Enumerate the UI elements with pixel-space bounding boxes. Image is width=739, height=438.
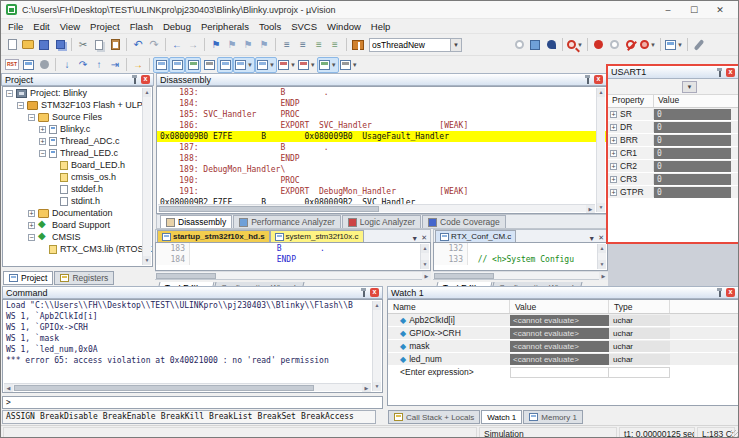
resize-grip-icon[interactable] [731, 430, 739, 438]
command-keyword[interactable]: BreakAccess [301, 411, 354, 423]
dropdown-arrow-icon[interactable]: ▼ [352, 62, 358, 68]
paste-button[interactable] [107, 37, 123, 53]
tree-expander-icon[interactable]: − [17, 102, 24, 109]
tree-item-board-led-h[interactable]: Board_LED.h [3, 159, 152, 171]
watch-row[interactable]: ◆led_num<cannot evaluate>uchar [388, 353, 738, 366]
memory-window-button[interactable] [217, 57, 233, 73]
editor-horizontal-scrollbar[interactable]: ▶ [433, 271, 608, 279]
disassembly-horizontal-scrollbar[interactable]: ▶ [158, 204, 595, 212]
tree-item-stddef-h[interactable]: stddef.h [3, 183, 152, 195]
command-window-button[interactable] [153, 57, 169, 73]
menu-peripherals[interactable]: Peripherals [196, 21, 254, 32]
configure-tools-button[interactable] [691, 37, 707, 53]
dropdown-arrow-icon[interactable]: ▼ [577, 42, 583, 48]
watch-row[interactable]: <Enter expression> [388, 366, 738, 379]
kill-all-breakpoints-button[interactable]: ▼ [639, 37, 657, 53]
menu-help[interactable]: Help [366, 21, 396, 32]
watch-row[interactable]: ◆Apb2ClkId[i]<cannot evaluate>uchar [388, 314, 738, 327]
bookmark-next-button[interactable] [240, 37, 256, 53]
file-tab-rtx-conf-cm-c[interactable]: RTX_Conf_CM.c [435, 230, 516, 242]
cut-button[interactable] [75, 37, 91, 53]
scrollbar-thumb[interactable] [14, 385, 314, 391]
editor-code-area[interactable]: 183 B .184 ENDP▲▼ [155, 242, 431, 271]
menu-tools[interactable]: Tools [254, 21, 286, 32]
uncomment-button[interactable] [327, 37, 343, 53]
expand-icon[interactable]: + [610, 163, 617, 170]
scroll-down-icon[interactable]: ▼ [373, 382, 381, 391]
dropdown-arrow-icon[interactable]: ▼ [290, 62, 296, 68]
comment-button[interactable] [311, 37, 327, 53]
tab-performance-analyzer[interactable]: Performance Analyzer [233, 215, 341, 228]
command-keyword[interactable]: BreakDisable [40, 411, 98, 423]
menu-debug[interactable]: Debug [158, 21, 196, 32]
close-file-icon[interactable]: ✕ [598, 234, 604, 242]
scroll-left-icon[interactable]: ◀ [4, 384, 13, 392]
navigate-back-button[interactable] [169, 37, 185, 53]
tree-item-stdint-h[interactable]: stdint.h [3, 195, 152, 207]
tab-project[interactable]: Project [3, 271, 53, 285]
tree-expander-icon[interactable]: + [28, 222, 35, 229]
tree-item-rtx-cm3-lib-rtos-ke[interactable]: RTX_CM3.lib (RTOS:Ke [3, 243, 152, 255]
toolbox-button[interactable]: ▼ [339, 57, 359, 73]
command-keyword[interactable]: BreakList [209, 411, 252, 423]
scroll-down-icon[interactable]: ▼ [143, 256, 151, 265]
tab-watch-1[interactable]: Watch 1 [481, 410, 522, 424]
goto-function-button[interactable] [543, 37, 559, 53]
stop-button[interactable] [36, 57, 52, 73]
disassembly-code-area[interactable]: 183: B . 184: ENDP 185: SVC_Handler PROC… [156, 86, 607, 214]
reset-cpu-button[interactable] [4, 57, 20, 73]
name-column-header[interactable]: Name [388, 300, 510, 313]
search-dropdown-icon[interactable]: ▼ [451, 38, 462, 52]
redo-button[interactable] [146, 37, 162, 53]
step-button[interactable] [59, 57, 75, 73]
file-extensions-button[interactable] [527, 37, 543, 53]
pin-icon[interactable] [131, 75, 138, 84]
close-file-icon[interactable]: ✕ [421, 234, 427, 242]
file-tab-startup-stm32f10x-hd-s[interactable]: startup_stm32f10x_hd.s [157, 230, 270, 242]
expand-icon[interactable]: + [610, 150, 617, 157]
tree-expander-icon[interactable]: − [28, 234, 35, 241]
scroll-right-icon[interactable]: ▶ [422, 272, 431, 280]
editor-horizontal-scrollbar[interactable]: ▶ [155, 271, 431, 279]
minimize-button[interactable]: – [655, 5, 681, 15]
command-keyword[interactable]: BreakEnable [103, 411, 156, 423]
run-to-cursor-button[interactable] [107, 57, 123, 73]
command-keyword[interactable]: BreakSet [257, 411, 296, 423]
disassembly-vertical-scrollbar[interactable]: ▲ ▼ [596, 88, 605, 212]
analysis-window-button[interactable]: ▼ [277, 57, 297, 73]
close-panel-icon[interactable]: x [726, 68, 735, 77]
close-panel-icon[interactable]: x [141, 75, 150, 84]
command-output-area[interactable]: Load "C:\\Users\\FH\\Desktop\\TEST\\ULIN… [2, 299, 383, 393]
dropdown-arrow-icon[interactable]: ▼ [331, 62, 337, 68]
menu-edit[interactable]: Edit [28, 21, 54, 32]
dropdown-arrow-icon[interactable]: ▼ [247, 62, 253, 68]
expand-icon[interactable]: + [610, 111, 617, 118]
tab-registers[interactable]: Registers [54, 271, 114, 285]
tab-logic-analyzer[interactable]: Logic Analyzer [342, 215, 421, 228]
close-panel-icon[interactable]: x [726, 288, 735, 297]
value-column-header[interactable]: Value [654, 95, 679, 107]
close-panel-icon[interactable]: x [594, 75, 603, 84]
dropdown-arrow-icon[interactable]: ▼ [677, 42, 683, 48]
tree-expander-icon[interactable]: + [28, 210, 35, 217]
tree-item-source-files[interactable]: −Source Files [3, 111, 152, 123]
scroll-right-icon[interactable]: ▶ [362, 384, 371, 392]
tab-disassembly[interactable]: Disassembly [160, 215, 232, 228]
undo-button[interactable] [130, 37, 146, 53]
tab-call-stack-locals[interactable]: Call Stack + Locals [388, 410, 480, 424]
menu-svcs[interactable]: SVCS [286, 21, 322, 32]
maximize-button[interactable]: ☐ [681, 5, 707, 15]
scrollbar-thumb[interactable] [159, 206, 379, 212]
scroll-up-icon[interactable]: ▲ [373, 301, 381, 310]
dropdown-arrow-icon[interactable]: ▼ [269, 62, 275, 68]
command-keyword[interactable]: BreakKill [161, 411, 204, 423]
serial-window-button[interactable]: ▼ [255, 57, 277, 73]
tree-item-documentation[interactable]: +Documentation [3, 207, 152, 219]
editor-vertical-scrollbar[interactable]: ▲▼ [420, 244, 429, 269]
run-button[interactable] [20, 57, 36, 73]
scroll-up-icon[interactable]: ▲ [598, 244, 606, 253]
command-keyword[interactable]: ASSIGN [6, 411, 35, 423]
scroll-right-icon[interactable]: ▶ [586, 205, 595, 213]
registers-window-button[interactable] [201, 57, 217, 73]
expand-icon[interactable]: + [610, 176, 617, 183]
